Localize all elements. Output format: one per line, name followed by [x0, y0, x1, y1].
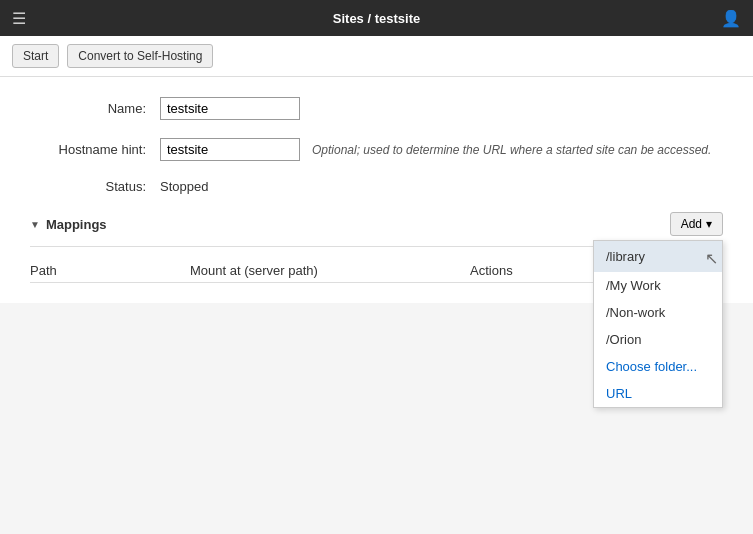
dropdown-item-label: /Orion: [606, 332, 641, 347]
hostname-row: Hostname hint: Optional; used to determi…: [30, 138, 723, 161]
start-button[interactable]: Start: [12, 44, 59, 68]
dropdown-item-label: /library: [606, 249, 645, 264]
cursor-pointer-icon: ↖: [705, 249, 718, 268]
user-icon[interactable]: 👤: [721, 9, 741, 28]
hamburger-icon[interactable]: ☰: [12, 9, 26, 28]
status-row: Status: Stopped: [30, 179, 723, 194]
toolbar: Start Convert to Self-Hosting: [0, 36, 753, 77]
collapse-triangle-icon[interactable]: ▼: [30, 219, 40, 230]
add-dropdown-container: Add ▾ /library ↖ /My Work /Non-work: [670, 212, 723, 236]
app-header: ☰ Sites / testsite 👤: [0, 0, 753, 36]
mappings-title: ▼ Mappings: [30, 217, 107, 232]
add-dropdown-menu: /library ↖ /My Work /Non-work /Orion Cho…: [593, 240, 723, 408]
mappings-label: Mappings: [46, 217, 107, 232]
add-button[interactable]: Add ▾: [670, 212, 723, 236]
mappings-header: ▼ Mappings Add ▾ /library ↖ /My Work: [30, 212, 723, 236]
hostname-label: Hostname hint:: [30, 142, 160, 157]
name-input[interactable]: [160, 97, 300, 120]
status-label: Status:: [30, 179, 160, 194]
dropdown-item-label: URL: [606, 386, 632, 401]
breadcrumb-prefix: Sites /: [333, 11, 375, 26]
dropdown-item-library[interactable]: /library ↖: [594, 241, 722, 272]
dropdown-item-label: /My Work: [606, 278, 661, 293]
hostname-input[interactable]: [160, 138, 300, 161]
dropdown-item-orion[interactable]: /Orion: [594, 326, 722, 353]
status-value: Stopped: [160, 179, 208, 194]
dropdown-item-label: Choose folder...: [606, 359, 697, 374]
dropdown-item-label: /Non-work: [606, 305, 665, 320]
convert-button[interactable]: Convert to Self-Hosting: [67, 44, 213, 68]
name-label: Name:: [30, 101, 160, 116]
dropdown-item-choose-folder[interactable]: Choose folder...: [594, 353, 722, 380]
dropdown-item-url[interactable]: URL: [594, 380, 722, 407]
main-content: Name: Hostname hint: Optional; used to d…: [0, 77, 753, 303]
add-label: Add: [681, 217, 702, 231]
add-dropdown-arrow-icon: ▾: [706, 217, 712, 231]
col-mount-at: Mount at (server path): [190, 263, 470, 278]
name-row: Name:: [30, 97, 723, 120]
breadcrumb: Sites / testsite: [333, 11, 420, 26]
dropdown-item-nonwork[interactable]: /Non-work: [594, 299, 722, 326]
col-actions: Actions: [470, 263, 590, 278]
dropdown-item-mywork[interactable]: /My Work: [594, 272, 722, 299]
col-path: Path: [30, 263, 190, 278]
breadcrumb-site: testsite: [375, 11, 421, 26]
hostname-hint: Optional; used to determine the URL wher…: [312, 143, 711, 157]
